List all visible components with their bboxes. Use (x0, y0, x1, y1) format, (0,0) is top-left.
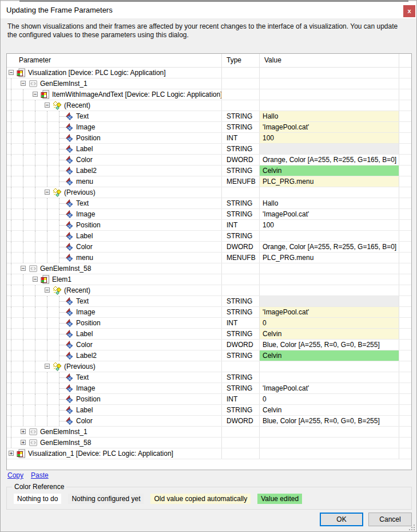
value-cell[interactable] (260, 231, 399, 241)
table-row[interactable]: ImageSTRING'ImagePool.cat' (7, 122, 411, 133)
value-cell[interactable]: 100 (260, 133, 399, 143)
table-row[interactable]: PositionINT0 (7, 318, 411, 329)
collapse-toggle-icon[interactable]: − (45, 103, 50, 108)
table-row[interactable]: ImageSTRING'ImagePool.cat' (7, 209, 411, 220)
value-cell[interactable]: Hallo (260, 111, 399, 121)
table-row[interactable]: LabelSTRING (7, 144, 411, 155)
table-row[interactable]: LabelSTRING (7, 231, 411, 242)
tree-connector-line (59, 399, 65, 400)
value-cell[interactable] (260, 68, 399, 78)
parameter-label: Image (76, 383, 95, 393)
parameter-cell: +GenElemInst_1 (7, 427, 222, 437)
table-row[interactable]: TextSTRING (7, 296, 411, 307)
value-cell[interactable]: Blue, Color [A=255, R=0, G=0, B=255] (260, 416, 399, 426)
resize-grip-icon[interactable] (409, 525, 415, 530)
table-row[interactable]: ImageSTRING'ImagePool.cat' (7, 383, 411, 394)
table-row[interactable]: ColorDWORDBlue, Color [A=255, R=0, G=0, … (7, 340, 411, 350)
value-cell[interactable] (260, 187, 399, 198)
table-row[interactable]: −(Previous) (7, 361, 411, 372)
value-cell[interactable] (260, 296, 399, 306)
value-cell[interactable]: Orange, Color [A=255, R=255, G=165, B=0] (260, 242, 399, 252)
column-header-type[interactable]: Type (222, 54, 260, 67)
table-row[interactable]: ImageSTRING'ImagePool.cat' (7, 307, 411, 318)
value-cell[interactable]: Celvin (260, 329, 399, 339)
collapse-toggle-icon[interactable]: − (45, 287, 50, 293)
table-row[interactable]: PositionINT100 (7, 220, 411, 231)
table-row[interactable]: ColorDWORDOrange, Color [A=255, R=255, G… (7, 155, 411, 165)
value-cell[interactable]: 0 (260, 394, 399, 404)
collapse-toggle-icon[interactable]: − (33, 277, 38, 282)
value-cell[interactable] (260, 100, 399, 111)
table-row[interactable]: menuMENUFBPLC_PRG.menu (7, 253, 411, 263)
collapse-toggle-icon[interactable]: − (21, 266, 26, 271)
expand-toggle-icon[interactable]: + (21, 440, 26, 445)
cancel-button[interactable]: Cancel (368, 513, 412, 526)
expand-toggle-icon[interactable]: + (9, 451, 14, 456)
table-row[interactable]: −(Previous) (7, 187, 411, 198)
value-cell[interactable]: 0 (260, 318, 399, 328)
collapse-toggle-icon[interactable]: − (45, 190, 50, 195)
value-cell[interactable]: PLC_PRG.menu (260, 176, 399, 187)
collapse-toggle-icon[interactable]: − (9, 70, 14, 75)
parameter-label: Label (76, 405, 93, 415)
value-cell[interactable]: 'ImagePool.cat' (260, 209, 399, 219)
type-cell (222, 274, 260, 285)
paste-link[interactable]: Paste (31, 471, 49, 479)
value-cell[interactable] (260, 263, 399, 274)
table-row[interactable]: +Visualization_1 [Device: PLC Logic: App… (7, 448, 411, 459)
value-cell[interactable] (260, 144, 399, 154)
table-row[interactable]: −GenElemInst_1 (7, 78, 411, 89)
value-cell[interactable]: 'ImagePool.cat' (260, 383, 399, 393)
table-row[interactable]: PositionINT0 (7, 394, 411, 405)
value-cell[interactable]: Orange, Color [A=255, R=255, G=165, B=0] (260, 155, 399, 165)
table-row[interactable]: LabelSTRINGCelvin (7, 405, 411, 416)
table-row[interactable]: ColorDWORDBlue, Color [A=255, R=0, G=0, … (7, 416, 411, 427)
value-cell[interactable] (260, 361, 399, 372)
value-cell[interactable]: Blue, Color [A=255, R=0, G=0, B=255] (260, 340, 399, 350)
type-cell: STRING (222, 405, 260, 415)
value-cell[interactable] (260, 372, 399, 383)
table-row[interactable]: LabelSTRINGCelvin (7, 329, 411, 340)
value-cell[interactable] (260, 89, 399, 100)
table-row[interactable]: +GenElemInst_58 (7, 438, 411, 448)
collapse-toggle-icon[interactable]: − (45, 364, 50, 369)
table-row[interactable]: −ItemWithImageAndText [Device: PLC Logic… (7, 89, 411, 100)
table-row[interactable]: TextSTRINGHallo (7, 111, 411, 122)
collapse-toggle-icon[interactable]: − (33, 92, 38, 97)
value-cell[interactable] (260, 448, 399, 459)
collapse-toggle-icon[interactable]: − (21, 81, 26, 86)
value-cell[interactable]: 100 (260, 220, 399, 230)
table-row[interactable]: −GenElemInst_58 (7, 263, 411, 274)
table-row[interactable]: −Elem1 (7, 274, 411, 285)
table-row[interactable]: −Visualization [Device: PLC Logic: Appli… (7, 68, 411, 78)
value-cell[interactable]: Celvin (260, 405, 399, 415)
value-cell[interactable] (260, 427, 399, 437)
value-cell[interactable]: Celvin (260, 350, 399, 361)
value-cell[interactable]: 'ImagePool.cat' (260, 307, 399, 317)
value-cell[interactable]: PLC_PRG.menu (260, 253, 399, 263)
value-cell[interactable] (260, 438, 399, 448)
value-cell[interactable] (260, 285, 399, 295)
table-row[interactable]: −(Recent) (7, 100, 411, 111)
value-cell[interactable]: Hallo (260, 198, 399, 208)
table-row[interactable]: −(Recent) (7, 285, 411, 296)
table-row[interactable]: +GenElemInst_1 (7, 427, 411, 438)
value-cell[interactable]: Celvin (260, 165, 399, 176)
close-button[interactable]: x (403, 5, 415, 17)
value-cell[interactable]: 'ImagePool.cat' (260, 122, 399, 132)
table-row[interactable]: Label2STRINGCelvin (7, 350, 411, 361)
table-row[interactable]: PositionINT100 (7, 133, 411, 144)
value-cell[interactable] (260, 78, 399, 89)
copy-link[interactable]: Copy (7, 471, 23, 479)
table-row[interactable]: TextSTRING (7, 372, 411, 383)
ok-button[interactable]: OK (320, 513, 363, 526)
expand-toggle-icon[interactable]: + (21, 429, 26, 434)
parameter-label: Position (76, 394, 101, 404)
column-header-value[interactable]: Value (260, 54, 399, 67)
table-row[interactable]: ColorDWORDOrange, Color [A=255, R=255, G… (7, 242, 411, 253)
value-cell[interactable] (260, 274, 399, 285)
column-header-parameter[interactable]: Parameter (7, 54, 222, 67)
table-row[interactable]: menuMENUFBPLC_PRG.menu (7, 176, 411, 187)
table-row[interactable]: TextSTRINGHallo (7, 198, 411, 209)
table-row[interactable]: Label2STRINGCelvin (7, 165, 411, 176)
